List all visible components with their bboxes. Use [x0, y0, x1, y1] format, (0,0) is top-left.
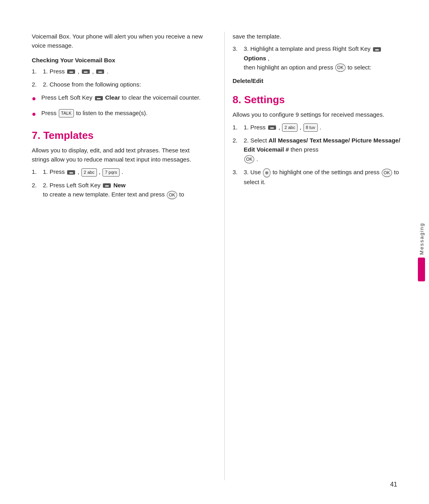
t-key-7pqrs: 7 pqrs [102, 168, 120, 177]
bullet-1: ● Press Left Soft Key ▬ Clear to clear t… [32, 93, 205, 104]
page-number: 41 [390, 481, 397, 488]
sidebar-bar [418, 258, 425, 281]
s-step-3-content: 3. Use ⊕ to highlight one of the setting… [244, 167, 406, 187]
t-softkey-new-icon: ▬ [103, 183, 111, 188]
step-1-content: 1. Press ▬ , ▬ , ▬ . [43, 67, 205, 76]
bullet-1-content: Press Left Soft Key ▬ Clear to clear the… [41, 93, 205, 102]
sidebar: Messaging [414, 0, 429, 504]
bullet-dot-2: ● [32, 109, 38, 120]
s-step-1-num: 1. [233, 123, 244, 132]
softkey-clear-icon: ▬ [95, 96, 103, 100]
step-1: 1. 1. Press ▬ , ▬ , ▬ . [32, 67, 205, 76]
column-divider [224, 32, 225, 480]
t-step-1-num: 1. [32, 167, 43, 177]
checking-heading: Checking Your Voicemail Box [32, 57, 205, 63]
s-step-2-content: 2. Select All Messages/ Text Message/ Pi… [244, 136, 406, 164]
t-step-1-content: 1. Press ▬ , 2 abc , 7 pqrs . [43, 167, 205, 177]
bullet-2: ● Press TALK to listen to the message(s)… [32, 108, 205, 120]
t-softkey-icon-1: ▬ [67, 170, 75, 175]
s-key-8tuv: 8 tuv [303, 123, 318, 132]
r-ok-circle-3: OK [335, 63, 346, 72]
bullet-dot-1: ● [32, 93, 38, 104]
s-step-2-num: 2. [233, 136, 244, 164]
s-step-3: 3. 3. Use ⊕ to highlight one of the sett… [233, 167, 406, 187]
s-ok-circle-2: OK [244, 155, 255, 164]
step-2: 2. 2. Choose from the following options: [32, 80, 205, 89]
save-template-text: save the template. [233, 32, 406, 41]
right-column: save the template. 3. 3. Highlight a tem… [229, 32, 406, 480]
r-step-3-content: 3. Highlight a template and press Right … [244, 44, 406, 72]
softkey-icon-2: ▬ [82, 69, 90, 74]
nav-circle-icon: ⊕ [263, 168, 271, 177]
step-2-content: 2. Choose from the following options: [43, 80, 205, 89]
s-step-3-num: 3. [233, 167, 244, 187]
s-key-2abc: 2 abc [282, 123, 298, 132]
delete-edit-heading: Delete/Edit [233, 77, 406, 84]
templates-title: 7. Templates [32, 129, 205, 142]
s-step-1-content: 1. Press ▬ , 2 abc , 8 tuv . [244, 123, 406, 132]
s-step-1: 1. 1. Press ▬ , 2 abc , 8 tuv . [233, 123, 406, 132]
left-column: Voicemail Box. Your phone will alert you… [32, 32, 220, 480]
intro-text: Voicemail Box. Your phone will alert you… [32, 32, 205, 50]
settings-desc: Allows you to configure 9 settings for r… [233, 110, 406, 119]
r-softkey-options-icon: ▬ [373, 47, 381, 52]
s-softkey-icon-1: ▬ [268, 125, 276, 130]
bullet-2-content: Press TALK to listen to the message(s). [41, 108, 205, 118]
step-2-num: 2. [32, 80, 43, 89]
t-step-2-content: 2. Press Left Soft Key ▬ New to create a… [43, 181, 205, 199]
r-step-3-num: 3. [233, 44, 244, 72]
step-1-num: 1. [32, 67, 43, 76]
t-step-2: 2. 2. Press Left Soft Key ▬ New to creat… [32, 181, 205, 199]
softkey-icon-1: ▬ [67, 69, 75, 74]
t-key-2abc: 2 abc [81, 168, 97, 177]
t-step-1: 1. 1. Press ▬ , 2 abc , 7 pqrs . [32, 167, 205, 177]
settings-title: 8. Settings [233, 94, 406, 106]
t-step-2-num: 2. [32, 181, 43, 199]
sidebar-label: Messaging [419, 223, 425, 255]
t-ok-circle: OK [167, 191, 177, 199]
s-ok-circle-3: OK [382, 169, 392, 177]
softkey-icon-3: ▬ [96, 69, 104, 74]
s-step-2: 2. 2. Select All Messages/ Text Message/… [233, 136, 406, 164]
templates-desc: Allows you to display, edit, and add tex… [32, 146, 205, 164]
r-step-3: 3. 3. Highlight a template and press Rig… [233, 44, 406, 72]
talk-key: TALK [59, 109, 74, 117]
content: Voicemail Box. Your phone will alert you… [0, 32, 429, 480]
page: Voicemail Box. Your phone will alert you… [0, 0, 429, 504]
